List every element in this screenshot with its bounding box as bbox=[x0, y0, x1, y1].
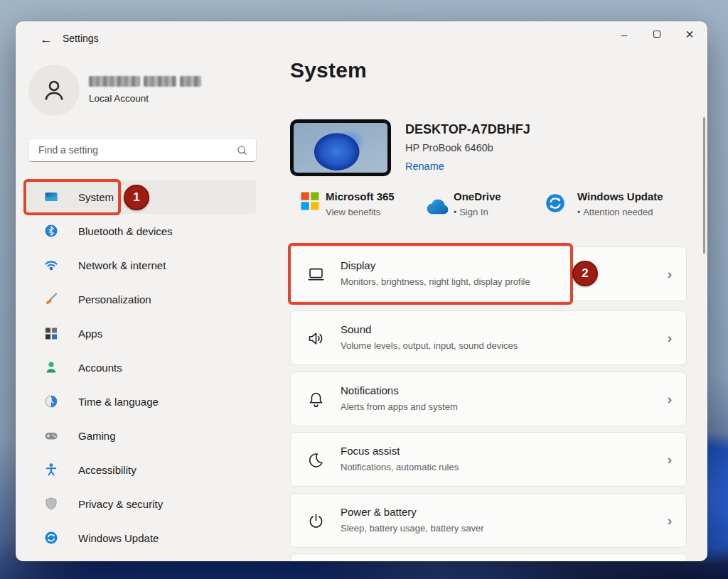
sidebar-item-gaming[interactable]: Gaming bbox=[27, 418, 256, 453]
card-title: Sound bbox=[341, 323, 371, 335]
status-bullet: • bbox=[577, 207, 580, 217]
sidebar-item-accessibility[interactable]: Accessibility bbox=[27, 453, 256, 487]
person-icon bbox=[41, 77, 67, 103]
chevron-right-icon: › bbox=[668, 513, 672, 529]
account-type-label: Local Account bbox=[89, 93, 149, 104]
account-name-redacted bbox=[89, 76, 201, 87]
sidebar-item-bluetooth-devices[interactable]: Bluetooth & devices bbox=[27, 214, 256, 248]
sidebar-item-label: Bluetooth & devices bbox=[78, 225, 173, 237]
app-title: Settings bbox=[63, 33, 99, 44]
accessibility-icon bbox=[44, 462, 58, 477]
status-label: Windows Update bbox=[577, 190, 663, 202]
device-preview-image bbox=[290, 119, 391, 176]
sound-icon bbox=[306, 329, 326, 348]
card-title: Power & battery bbox=[341, 506, 417, 518]
sidebar-item-label: Accessibility bbox=[78, 464, 136, 476]
chevron-right-icon: › bbox=[668, 452, 672, 467]
avatar[interactable] bbox=[28, 65, 80, 116]
sidebar-item-label: Gaming bbox=[78, 430, 116, 442]
annotation-badge-step2: 2 bbox=[572, 261, 598, 286]
time-language-icon bbox=[44, 394, 58, 408]
sidebar-item-windows-update[interactable]: Windows Update bbox=[27, 521, 256, 555]
back-button[interactable]: ← bbox=[34, 30, 58, 50]
sidebar-item-label: Privacy & security bbox=[78, 498, 163, 510]
sidebar-item-accounts[interactable]: Accounts bbox=[27, 350, 256, 384]
card-subtitle: Sleep, battery usage, battery saver bbox=[341, 523, 484, 534]
settings-card-power-battery[interactable]: Power & battery Sleep, battery usage, ba… bbox=[290, 493, 687, 548]
settings-card-partial[interactable] bbox=[290, 553, 687, 561]
annotation-box-step2 bbox=[288, 243, 573, 305]
privacy-icon bbox=[44, 497, 58, 511]
search-icon bbox=[236, 144, 248, 156]
sidebar-item-time-language[interactable]: Time & language bbox=[27, 384, 256, 418]
settings-card-focus-assist[interactable]: Focus assist Notifications, automatic ru… bbox=[290, 432, 687, 487]
status-bullet: • bbox=[454, 207, 456, 217]
sidebar-item-label: Accounts bbox=[78, 362, 122, 374]
rename-link[interactable]: Rename bbox=[405, 161, 444, 172]
sidebar-item-label: Windows Update bbox=[78, 532, 159, 544]
chevron-right-icon: › bbox=[668, 266, 672, 282]
sidebar-item-label: Time & language bbox=[78, 396, 159, 408]
device-name: DESKTOP-A7DBHFJ bbox=[405, 122, 530, 137]
annotation-badge-step1: 1 bbox=[124, 185, 149, 210]
windows-update-icon bbox=[44, 531, 58, 545]
settings-card-notifications[interactable]: Notifications Alerts from apps and syste… bbox=[290, 372, 687, 426]
status-item-windows-update[interactable]: Windows Update •Attention needed bbox=[545, 190, 663, 217]
card-subtitle: Notifications, automatic rules bbox=[341, 462, 459, 472]
status-item-microsoft-365[interactable]: Microsoft 365 View benefits bbox=[299, 190, 395, 217]
settings-window: ← Settings – × Local Account bbox=[16, 21, 707, 561]
status-sub: View benefits bbox=[326, 207, 395, 217]
notifications-icon bbox=[306, 390, 326, 409]
annotation-box-step1 bbox=[23, 179, 121, 215]
gaming-icon bbox=[44, 428, 58, 443]
page-title: System bbox=[290, 58, 367, 82]
accounts-icon bbox=[44, 360, 58, 374]
microsoft-logo bbox=[299, 190, 321, 212]
apps-icon bbox=[44, 326, 58, 340]
network-icon bbox=[44, 258, 58, 272]
status-label: OneDrive bbox=[454, 190, 501, 202]
sidebar-item-label: Personalization bbox=[78, 293, 151, 305]
search-input[interactable]: Find a setting bbox=[28, 138, 257, 162]
card-title: Notifications bbox=[341, 384, 399, 396]
vertical-scrollbar[interactable] bbox=[703, 117, 705, 254]
power-icon bbox=[306, 512, 326, 531]
windows-update-icon bbox=[545, 193, 566, 214]
status-sub: •Sign In bbox=[454, 207, 501, 217]
sidebar-item-personalization[interactable]: Personalization bbox=[27, 282, 256, 316]
settings-card-sound[interactable]: Sound Volume levels, output, input, soun… bbox=[290, 310, 687, 365]
sidebar-item-privacy-security[interactable]: Privacy & security bbox=[27, 487, 256, 521]
card-title: Focus assist bbox=[341, 445, 400, 457]
focus-assist-icon bbox=[306, 450, 326, 470]
card-subtitle: Volume levels, output, input, sound devi… bbox=[341, 340, 518, 351]
status-label: Microsoft 365 bbox=[326, 190, 395, 202]
personalization-icon bbox=[44, 292, 58, 306]
sidebar-item-label: Network & internet bbox=[78, 259, 166, 271]
chevron-right-icon: › bbox=[668, 330, 672, 346]
chevron-right-icon: › bbox=[668, 391, 672, 407]
search-placeholder: Find a setting bbox=[38, 144, 98, 156]
onedrive-cloud-icon bbox=[424, 197, 451, 216]
status-item-onedrive[interactable]: OneDrive •Sign In bbox=[424, 190, 501, 217]
sidebar-item-apps[interactable]: Apps bbox=[27, 316, 256, 350]
card-subtitle: Alerts from apps and system bbox=[341, 401, 458, 412]
bluetooth-icon bbox=[44, 224, 58, 238]
desktop-wallpaper: ← Settings – × Local Account bbox=[0, 0, 728, 579]
status-sub: •Attention needed bbox=[577, 207, 663, 217]
sidebar-item-label: Apps bbox=[78, 328, 102, 340]
device-model: HP ProBook 6460b bbox=[405, 142, 493, 153]
sidebar-nav: System Bluetooth & devices Network & int… bbox=[27, 180, 256, 555]
sidebar-item-network-internet[interactable]: Network & internet bbox=[27, 248, 256, 282]
back-arrow-icon: ← bbox=[41, 33, 53, 47]
